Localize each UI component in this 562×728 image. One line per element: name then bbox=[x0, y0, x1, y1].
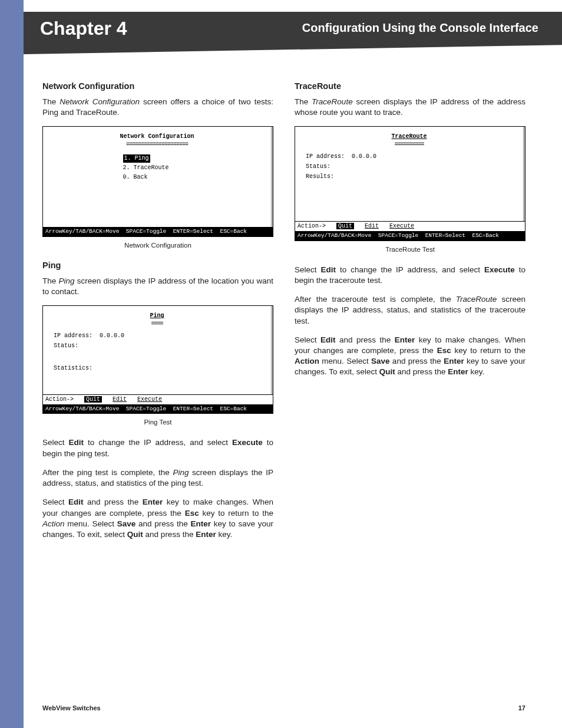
page-header: Chapter 4 Configuration Using the Consol… bbox=[24, 12, 562, 54]
footer-product: WebView Switches bbox=[42, 704, 101, 711]
console-netconf-nav: ArrowKey/TAB/BACK=Move SPACE=Toggle ENTE… bbox=[43, 227, 273, 236]
trace-results-row: Results: bbox=[306, 173, 513, 181]
para-ping-edit: Select Edit to change the IP address, an… bbox=[42, 437, 273, 459]
para-trace-result: After the traceroute test is complete, t… bbox=[295, 294, 525, 327]
para-ping-nav: Select Edit and press the Enter key to m… bbox=[42, 497, 273, 540]
caption-trace: TraceRoute Test bbox=[295, 246, 525, 253]
content-area: Network Configuration The Network Config… bbox=[42, 81, 525, 548]
ping-ip-row: IP address: 0.0.0.0 bbox=[54, 332, 260, 340]
ping-status-row: Status: bbox=[54, 342, 260, 350]
menu-item-traceroute: 2. TraceRoute bbox=[122, 163, 193, 173]
console-ping: Ping ==== IP address: 0.0.0.0 Status: St… bbox=[42, 305, 273, 414]
console-ping-title: Ping bbox=[48, 312, 266, 320]
figure-ping: Ping ==== IP address: 0.0.0.0 Status: St… bbox=[42, 305, 273, 414]
heading-traceroute: TraceRoute bbox=[295, 81, 525, 91]
heading-ping: Ping bbox=[42, 261, 273, 270]
ping-stats-row: Statistics: bbox=[54, 364, 260, 373]
section-title: Configuration Using the Console Interfac… bbox=[302, 21, 538, 35]
console-ping-nav: ArrowKey/TAB/BACK=Move SPACE=Toggle ENTE… bbox=[43, 404, 273, 413]
menu-item-back: 0. Back bbox=[122, 173, 193, 182]
heading-network-configuration: Network Configuration bbox=[42, 81, 273, 91]
console-netconf-rule: ===================== bbox=[48, 141, 266, 149]
console-netconf: Network Configuration ==================… bbox=[42, 126, 273, 236]
page-footer: WebView Switches 17 bbox=[42, 704, 525, 711]
console-ping-rule: ==== bbox=[48, 320, 266, 328]
para-ping-intro: The Ping screen displays the IP address … bbox=[42, 276, 273, 297]
para-trace-intro: The TraceRoute screen displays the IP ad… bbox=[295, 97, 525, 118]
footer-page-number: 17 bbox=[518, 704, 525, 711]
console-netconf-menu: 1. Ping 2. TraceRoute 0. Back bbox=[122, 154, 193, 182]
caption-netconf: Network Configuration bbox=[42, 242, 273, 249]
para-trace-edit: Select Edit to change the IP address, an… bbox=[295, 265, 525, 286]
trace-ip-row: IP address: 0.0.0.0 bbox=[306, 153, 513, 161]
menu-item-ping: 1. Ping bbox=[122, 154, 193, 163]
left-margin-bar bbox=[0, 0, 24, 728]
console-netconf-title: Network Configuration bbox=[48, 133, 266, 141]
left-column: Network Configuration The Network Config… bbox=[42, 81, 273, 548]
console-trace-title: TraceRoute bbox=[300, 133, 518, 141]
para-trace-nav: Select Edit and press the Enter key to m… bbox=[295, 335, 525, 378]
trace-status-row: Status: bbox=[306, 163, 513, 171]
caption-ping: Ping Test bbox=[42, 419, 273, 426]
chapter-title: Chapter 4 bbox=[40, 18, 127, 39]
figure-network-configuration: Network Configuration ==================… bbox=[42, 126, 273, 236]
console-trace-rule: ========== bbox=[300, 141, 518, 149]
para-netconf-intro: The Network Configuration screen offers … bbox=[42, 97, 273, 118]
para-ping-result: After the ping test is complete, the Pin… bbox=[42, 467, 273, 489]
figure-traceroute: TraceRoute ========== IP address: 0.0.0.… bbox=[295, 126, 525, 241]
console-traceroute: TraceRoute ========== IP address: 0.0.0.… bbox=[295, 126, 525, 241]
trace-action-row: Action-> Quit Edit Execute bbox=[295, 221, 525, 231]
ping-action-row: Action-> Quit Edit Execute bbox=[43, 394, 273, 404]
console-trace-nav: ArrowKey/TAB/BACK=Move SPACE=Toggle ENTE… bbox=[295, 231, 525, 240]
right-column: TraceRoute The TraceRoute screen display… bbox=[295, 81, 525, 548]
